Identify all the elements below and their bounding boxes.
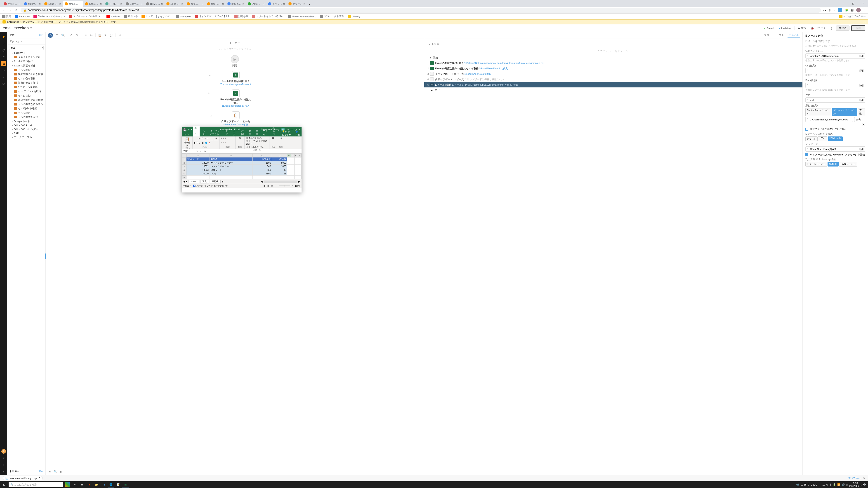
send-tab[interactable]: E メール サーバー [805, 162, 827, 166]
close-icon[interactable]: ✕ [80, 3, 81, 5]
zoom-icon[interactable]: 🔍 [53, 470, 57, 474]
tab[interactable]: Send Email✕ [42, 1, 63, 7]
view-page[interactable]: ▤ [268, 185, 270, 187]
formula-bar[interactable] [208, 149, 302, 153]
close-icon[interactable]: ✕ [120, 3, 122, 5]
tab[interactable]: Search Res✕ [83, 1, 103, 7]
view-flow[interactable]: フロー [763, 33, 773, 38]
tab[interactable]: HTML Table✕ [103, 1, 124, 7]
assistant-button[interactable]: ♦Assistant [777, 27, 793, 30]
tree-group[interactable]: ▸データ テーブル [9, 135, 43, 139]
close-icon[interactable]: ✕ [161, 3, 163, 5]
bold-button[interactable]: B [194, 142, 195, 144]
tab[interactable]: html email✕ [225, 1, 246, 7]
var-button[interactable]: {x} [860, 99, 864, 101]
excel-taskbar-icon[interactable]: ▦ [122, 481, 129, 488]
bookmark[interactable]: YouTube [106, 15, 120, 18]
extensions-button[interactable]: 🧩 [845, 8, 848, 12]
upgrade-link[interactable]: Enterprise へアップグレード [7, 20, 40, 24]
browse-button[interactable]: 参照... [854, 117, 865, 122]
zoom-out[interactable]: — [275, 185, 277, 187]
forward-button[interactable]: → [8, 8, 12, 12]
refresh-zoom-icon[interactable]: ⟲ [48, 470, 52, 474]
message-input[interactable]: ❞$ExcelSheetData[0][4]${x} [805, 147, 865, 152]
sheet-tab[interactable]: 注文 [200, 180, 209, 184]
cc-input[interactable]: ❞{x} [805, 68, 865, 73]
view-break[interactable]: ▥ [271, 185, 273, 187]
sheet-nav[interactable]: ◀ [183, 180, 185, 183]
ribbon-tab[interactable]: 挿入 [202, 129, 207, 136]
close-icon[interactable]: ✕ [303, 3, 305, 5]
tree-group[interactable]: ▸Google シート [9, 119, 43, 124]
tree-action[interactable]: 複数のセルを取得 [9, 80, 43, 85]
reload-button[interactable]: ⟳ [14, 8, 19, 12]
accessibility-status[interactable]: ♿ アクセシビリティ: 検討が必要です [193, 184, 228, 187]
tab[interactable]: クリップボー✕ [287, 1, 307, 7]
tray-icon[interactable]: ⚙ [826, 483, 829, 486]
font-color-button[interactable]: A [209, 142, 210, 144]
tab[interactable]: User workf✕ [205, 1, 225, 7]
tab-active[interactable]: email excel✕ [63, 1, 83, 7]
var-button[interactable]: {x} [860, 84, 864, 87]
bookmark[interactable]: サポートされている SA... [252, 15, 285, 18]
fit-icon[interactable]: ◉ [59, 470, 62, 474]
sheet-tab[interactable]: 実行後 [210, 180, 221, 184]
close-icon[interactable]: ✕ [263, 3, 265, 5]
maximize-icon[interactable]: ▢ [294, 128, 297, 131]
show-all-downloads[interactable]: すべて表示 [848, 477, 861, 480]
share-icon[interactable]: ⍰ [829, 8, 830, 12]
cells-button[interactable]: ▦ [271, 137, 276, 139]
close-icon[interactable]: ✕ [19, 3, 20, 5]
view-list[interactable]: リスト [775, 33, 785, 38]
font-selector[interactable]: 游ゴシック [194, 137, 213, 140]
bookmark[interactable]: ストアカ | まなびのマ... [142, 15, 172, 18]
flow-canvas[interactable]: トリガー ここにトリガーをドラッグ... ▶開始 │ 1.XExcel の高度な… [46, 32, 424, 475]
battery-icon[interactable]: 🔋 [833, 483, 836, 486]
row-menu[interactable]: ⋮ [799, 72, 801, 75]
tray-chevron-icon[interactable]: ⌃ [819, 483, 821, 486]
tab[interactable]: 受信トレイ✕ [2, 1, 22, 7]
close-icon[interactable]: ✕ [202, 3, 204, 5]
close-window-button[interactable]: ✕ [858, 0, 868, 7]
row-menu[interactable]: ⋮ [799, 78, 801, 81]
notifications-icon[interactable]: 💬 [863, 483, 866, 486]
sheet-tab[interactable]: Sheet1 [188, 180, 199, 183]
to-address-input[interactable]: ❞tomokuri1510@gmail.com{x} [805, 53, 865, 59]
view-dual[interactable]: デュアル [787, 32, 800, 38]
var-button[interactable]: {x} [860, 69, 864, 72]
settings-icon[interactable]: ⚙ [1, 81, 6, 87]
row-menu[interactable]: ⋮ [799, 84, 801, 86]
var-button[interactable]: {x} [860, 148, 864, 151]
show-variables-link[interactable]: 表示 [39, 33, 43, 37]
tree-group[interactable]: ▸SAP [9, 131, 43, 135]
task-view-icon[interactable]: ▭ [79, 481, 86, 488]
close-icon[interactable]: ✕ [141, 3, 143, 5]
row-menu[interactable]: ⋮ [799, 62, 801, 65]
tree-action[interactable]: セルの数式を設定 [9, 115, 43, 119]
menu-button[interactable]: ⋮ [864, 8, 866, 12]
ribbon-tab[interactable]: アドイン [262, 129, 270, 136]
close-shelf[interactable]: ✕ [863, 477, 865, 480]
tree-group[interactable]: ▾AARI Web [9, 51, 43, 55]
tree-action[interactable]: セル アドレスを取得 [9, 89, 43, 94]
list-row[interactable]: 2Excel の高度な操作: 複数のセルを取得 $ExcelSheetData$… [424, 66, 803, 71]
paste-button[interactable]: 📋 [183, 137, 191, 141]
minimize-button[interactable]: — [838, 0, 848, 7]
close-icon[interactable]: ✕ [222, 3, 224, 5]
tab[interactable]: クリップボー✕ [266, 1, 287, 7]
save-button[interactable]: 保存 [851, 25, 865, 31]
cancel-icon[interactable]: ✕ [195, 150, 199, 153]
ribbon-tab[interactable]: 校閲 [240, 129, 246, 136]
underline-button[interactable]: U [199, 142, 200, 144]
wifi-icon[interactable]: 📶 [837, 483, 840, 486]
attach-tab-active[interactable]: デスクトップ ファイル [832, 108, 857, 116]
list-row[interactable]: 4クリップボード: コピー元 クリップボードに保存し変数に代入⋮ [424, 76, 803, 82]
close-banner-button[interactable]: ✕ [864, 21, 866, 24]
row-menu[interactable]: ⋮ [799, 67, 801, 70]
list-row[interactable]: 1Excel の高度な操作: 開く 'C:\Users\NakayamaTomo… [424, 60, 803, 66]
other-bookmarks[interactable]: その他のブックマー [839, 15, 866, 18]
font-size[interactable]: 11 [214, 137, 218, 140]
tree-action[interactable]: 次の空欄のセルに移動 [9, 98, 43, 102]
enter-icon[interactable]: ✓ [199, 150, 203, 153]
star-icon[interactable]: ☆ [833, 8, 835, 12]
